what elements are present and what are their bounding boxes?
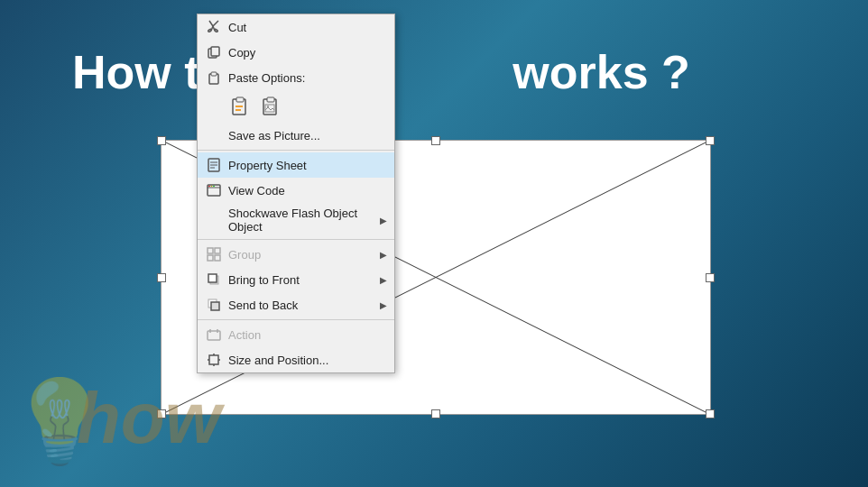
menu-item-cut[interactable]: Cut	[198, 14, 394, 40]
copy-label: Copy	[228, 46, 387, 60]
svg-rect-3	[211, 47, 219, 56]
svg-point-13	[267, 106, 269, 107]
view-code-icon	[205, 181, 223, 199]
paste-options-icons	[198, 90, 394, 123]
save-as-picture-label: Save as Picture...	[228, 129, 387, 142]
cut-icon	[205, 18, 223, 36]
handle-tm[interactable]	[431, 136, 440, 145]
shockwave-label: Shockwave Flash Object Object	[228, 207, 374, 234]
menu-item-shockwave[interactable]: Shockwave Flash Object Object ▶	[198, 203, 394, 237]
property-sheet-icon	[205, 156, 223, 174]
handle-tr[interactable]	[706, 136, 715, 145]
svg-point-20	[208, 186, 210, 188]
copy-icon	[205, 43, 223, 61]
paste-picture-btn[interactable]	[259, 92, 286, 119]
menu-item-send-to-back[interactable]: Send to Back ▶	[198, 292, 394, 317]
handle-tl[interactable]	[157, 136, 166, 145]
separator-1	[198, 150, 394, 151]
property-sheet-label: Property Sheet	[228, 159, 387, 172]
group-label: Group	[228, 248, 374, 262]
svg-rect-25	[208, 255, 213, 261]
svg-rect-31	[208, 331, 220, 340]
menu-item-paste-options-label[interactable]: Paste Options:	[198, 65, 394, 90]
send-to-back-icon	[205, 296, 223, 314]
handle-bm[interactable]	[431, 409, 440, 418]
svg-point-21	[211, 186, 213, 188]
handle-mr[interactable]	[706, 273, 715, 282]
handle-br[interactable]	[706, 409, 715, 418]
slide-area: How t works ? 💡 how Cut	[0, 0, 868, 487]
how-watermark: how	[77, 377, 221, 460]
svg-rect-34	[209, 355, 218, 364]
svg-rect-11	[267, 97, 274, 102]
send-to-back-label: Send to Back	[228, 299, 374, 312]
svg-rect-8	[235, 106, 243, 107]
svg-rect-30	[211, 302, 219, 310]
svg-rect-26	[215, 255, 220, 261]
svg-point-22	[213, 186, 215, 188]
paste-icon	[205, 69, 223, 87]
context-menu: Cut Copy Paste Options:	[197, 14, 395, 373]
menu-item-property-sheet[interactable]: Property Sheet	[198, 152, 394, 178]
view-code-label: View Code	[228, 184, 387, 198]
menu-item-bring-to-front[interactable]: Bring to Front ▶	[198, 267, 394, 292]
cut-label: Cut	[228, 21, 387, 34]
group-icon	[205, 245, 223, 263]
group-arrow: ▶	[380, 250, 387, 260]
action-label: Action	[228, 328, 387, 342]
size-position-label: Size and Position...	[228, 354, 387, 367]
send-to-back-arrow: ▶	[380, 300, 387, 310]
svg-rect-28	[208, 274, 217, 282]
menu-item-view-code[interactable]: View Code	[198, 178, 394, 203]
svg-rect-23	[208, 248, 213, 253]
bring-to-front-label: Bring to Front	[228, 273, 374, 287]
paste-keep-source-btn[interactable]	[228, 92, 255, 119]
bring-to-front-icon	[205, 271, 223, 289]
shockwave-icon	[205, 211, 223, 229]
menu-item-group[interactable]: Group ▶	[198, 242, 394, 267]
menu-item-size-position[interactable]: Size and Position...	[198, 347, 394, 372]
save-picture-icon	[205, 126, 223, 144]
title-part2: works ?	[512, 46, 690, 98]
svg-rect-5	[211, 72, 217, 76]
action-icon	[205, 326, 223, 344]
shockwave-arrow: ▶	[380, 216, 387, 225]
svg-rect-9	[235, 109, 241, 111]
paste-options-label: Paste Options:	[228, 71, 387, 85]
menu-item-save-as-picture[interactable]: Save as Picture...	[198, 123, 394, 148]
handle-ml[interactable]	[157, 273, 166, 282]
title-part1: How t	[72, 46, 200, 98]
menu-item-copy[interactable]: Copy	[198, 40, 394, 65]
svg-rect-7	[236, 97, 244, 102]
size-position-icon	[205, 351, 223, 369]
bring-to-front-arrow: ▶	[380, 275, 387, 285]
svg-rect-24	[215, 248, 220, 253]
separator-2	[198, 239, 394, 240]
menu-item-action[interactable]: Action	[198, 322, 394, 347]
separator-3	[198, 319, 394, 320]
